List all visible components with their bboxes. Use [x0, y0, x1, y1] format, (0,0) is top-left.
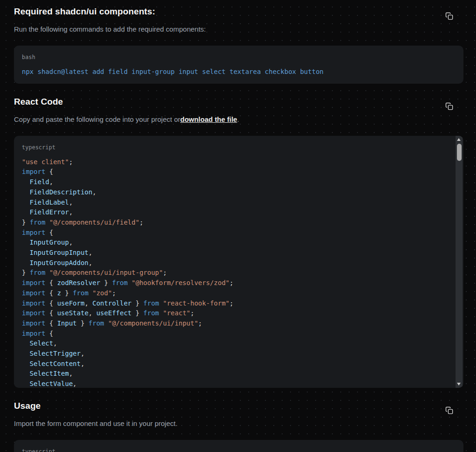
code-line: import {	[22, 167, 449, 177]
copy-react-code-button[interactable]	[444, 101, 454, 111]
code-line: SelectTrigger,	[22, 349, 449, 359]
code-line: SelectItem,	[22, 369, 449, 379]
copy-icon	[445, 102, 453, 110]
code-line: SelectContent,	[22, 359, 449, 369]
section-header: React Code	[14, 97, 463, 111]
code-line: "use client";	[22, 157, 449, 167]
code-line: InputGroup,	[22, 238, 449, 248]
copy-icon	[445, 12, 453, 20]
section-title: Required shadcn/ui components:	[14, 7, 155, 17]
scrollbar-up-arrow-icon[interactable]	[457, 138, 461, 141]
code-line: } from "@/components/ui/field";	[22, 218, 449, 228]
copy-usage-button[interactable]	[444, 405, 454, 415]
section-subtitle: Import the form component and use it in …	[14, 419, 463, 427]
section-react-code: React Code Copy and paste the following …	[14, 97, 463, 388]
code-line: Field,	[22, 177, 449, 187]
code-line: FieldLabel,	[22, 198, 449, 208]
scrollbar-down-arrow-icon[interactable]	[457, 383, 461, 386]
code-scrollbar[interactable]	[456, 136, 463, 388]
subtitle-period: .	[237, 115, 239, 123]
section-required-components: Required shadcn/ui components: Run the f…	[14, 7, 463, 84]
code-line: FieldError,	[22, 207, 449, 218]
code-language-label: bash	[22, 54, 456, 60]
usage-code-block: typescript import JobApplication from ".…	[14, 440, 463, 452]
code-line: import {	[22, 329, 449, 339]
section-header: Usage	[14, 401, 463, 415]
code-line: FieldDescription,	[22, 187, 449, 198]
code-line: SelectValue,	[22, 379, 449, 388]
docs-page: Required shadcn/ui components: Run the f…	[0, 0, 476, 452]
section-usage: Usage Import the form component and use …	[14, 401, 463, 452]
scrollbar-thumb[interactable]	[457, 144, 462, 161]
code-line: import {	[22, 228, 449, 238]
code-line: import { Input } from "@/components/ui/i…	[22, 319, 449, 329]
download-file-link[interactable]: download the file	[180, 115, 238, 123]
code-content[interactable]: npx shadcn@latest add field input-group …	[22, 67, 456, 77]
bash-code-block: bash npx shadcn@latest add field input-g…	[14, 46, 463, 84]
code-language-label: typescript	[22, 145, 449, 150]
section-subtitle: Run the following commands to add the re…	[14, 25, 463, 33]
section-title: Usage	[14, 401, 41, 411]
code-line: InputGroupInput,	[22, 248, 449, 258]
code-line: } from "@/components/ui/input-group";	[22, 268, 449, 278]
subtitle-text: Copy and paste the following code into y…	[14, 115, 180, 123]
code-line: import { useState, useEffect } from "rea…	[22, 308, 449, 319]
section-subtitle: Copy and paste the following code into y…	[14, 115, 463, 123]
code-line: import { zodResolver } from "@hookform/r…	[22, 278, 449, 288]
code-line: import { useForm, Controller } from "rea…	[22, 299, 449, 309]
copy-icon	[445, 406, 453, 414]
section-title: React Code	[14, 97, 63, 107]
section-header: Required shadcn/ui components:	[14, 7, 463, 21]
code-line: import { z } from "zod";	[22, 288, 449, 299]
code-line: InputGroupAddon,	[22, 258, 449, 268]
code-content[interactable]: "use client";import { Field, FieldDescri…	[22, 157, 449, 388]
code-line: Select,	[22, 339, 449, 349]
react-code-block: typescript "use client";import { Field, …	[14, 136, 463, 388]
code-line: npx shadcn@latest add field input-group …	[22, 67, 456, 77]
copy-commands-button[interactable]	[444, 11, 454, 21]
code-language-label: typescript	[22, 449, 456, 452]
